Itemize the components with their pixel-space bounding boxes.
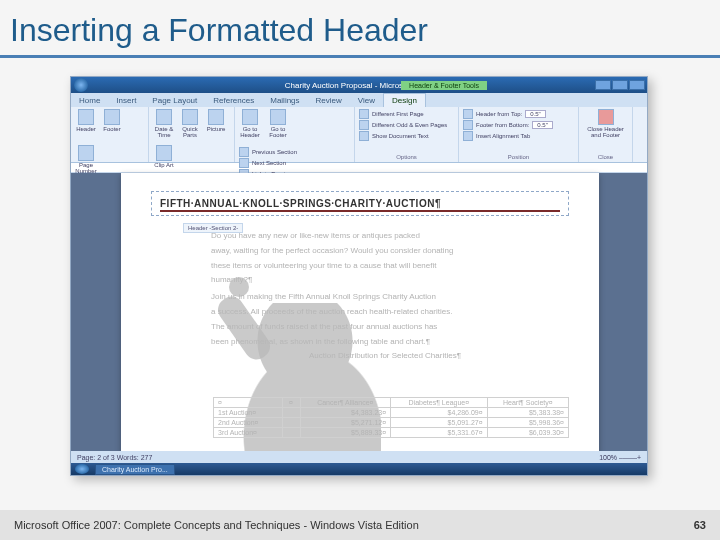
clip-art-icon [156, 145, 172, 161]
group-header-footer: Header Footer Page Number Header & Foote… [71, 107, 149, 162]
body-line: humanity?¶ [211, 274, 559, 287]
spacing-icon [463, 109, 473, 119]
footer-text: Microsoft Office 2007: Complete Concepts… [14, 519, 419, 531]
tab-references[interactable]: References [205, 94, 262, 107]
group-navigation: Go to Header Go to Footer Previous Secti… [235, 107, 355, 162]
diff-odd-even-check[interactable]: Different Odd & Even Pages [359, 120, 454, 130]
prev-icon [239, 147, 249, 157]
table-header: ¤ [214, 398, 283, 408]
quick-parts-button[interactable]: Quick Parts [179, 109, 201, 141]
body-line: Do you have any new or like-new items or… [211, 230, 559, 243]
next-icon [239, 158, 249, 168]
footer-button[interactable]: Footer [101, 109, 123, 141]
footer-icon [104, 109, 120, 125]
group-label: Position [463, 154, 574, 160]
window-titlebar: Charity Auction Proposal - Microsoft Wor… [71, 77, 647, 93]
ribbon: Header Footer Page Number Header & Foote… [71, 107, 647, 163]
tab-home[interactable]: Home [71, 94, 108, 107]
status-right[interactable]: 100% –——+ [599, 454, 641, 461]
tab-design[interactable]: Design [383, 93, 426, 107]
tab-review[interactable]: Review [308, 94, 350, 107]
slide-title: Inserting a Formatted Header [0, 0, 720, 58]
header-section-tag: Header -Section 2- [183, 223, 243, 233]
status-bar: Page: 2 of 3 Words: 277 100% –——+ [71, 451, 647, 463]
tab-page-layout[interactable]: Page Layout [144, 94, 205, 107]
word-screenshot: Charity Auction Proposal - Microsoft Wor… [70, 76, 648, 476]
goto-footer-icon [270, 109, 286, 125]
body-line: away, waiting for the perfect occasion? … [211, 245, 559, 258]
tab-icon [463, 131, 473, 141]
group-options: Different First Page Different Odd & Eve… [355, 107, 459, 162]
header-from-top[interactable]: Header from Top:0.5" [463, 109, 574, 119]
table-row: 2nd Auction¤$5,271.12¤$5,091.27¤$5,998.3… [214, 418, 569, 428]
table-header: Cancer¶ Alliance¤ [300, 398, 391, 408]
taskbar-button[interactable]: Charity Auction Pro... [95, 464, 175, 475]
status-left: Page: 2 of 3 Words: 277 [77, 454, 152, 461]
group-position: Header from Top:0.5" Footer from Bottom:… [459, 107, 579, 162]
group-close: Close Header and Footer Close [579, 107, 633, 162]
window-buttons [595, 80, 645, 90]
close-button[interactable] [629, 80, 645, 90]
goto-header-icon [242, 109, 258, 125]
goto-footer-button[interactable]: Go to Footer [267, 109, 289, 141]
table-row: 3rd Auction¤$5,889.33¤$5,331.67¤$6,039.3… [214, 428, 569, 438]
date-time-button[interactable]: Date & Time [153, 109, 175, 141]
picture-button[interactable]: Picture [205, 109, 227, 141]
context-tab-label: Header & Footer Tools [401, 81, 487, 90]
goto-header-button[interactable]: Go to Header [239, 109, 261, 141]
show-doc-text-check[interactable]: Show Document Text [359, 131, 454, 141]
previous-section-button[interactable]: Previous Section [239, 147, 297, 157]
watermark-silhouette [241, 303, 381, 463]
checkbox-icon [359, 131, 369, 141]
table-header: ¤ [282, 398, 300, 408]
auction-table: ¤ ¤ Cancer¶ Alliance¤ Diabetes¶ League¤ … [213, 397, 569, 438]
office-orb-icon[interactable] [74, 78, 88, 92]
header-edit-box[interactable]: FIFTH·ANNUAL·KNOLL·SPRINGS·CHARITY·AUCTI… [151, 191, 569, 216]
spacing-icon [463, 120, 473, 130]
watermark-fist [229, 277, 249, 297]
start-button[interactable] [75, 464, 89, 474]
parts-icon [182, 109, 198, 125]
header-icon [78, 109, 94, 125]
header-button[interactable]: Header [75, 109, 97, 141]
minimize-button[interactable] [595, 80, 611, 90]
body-line: these items or volunteering your time to… [211, 260, 559, 273]
tab-view[interactable]: View [350, 94, 383, 107]
close-icon [598, 109, 614, 125]
tab-mailings[interactable]: Mailings [262, 94, 307, 107]
slide-page-number: 63 [694, 519, 706, 531]
close-header-footer-button[interactable]: Close Header and Footer [583, 109, 628, 141]
page-number-icon [78, 145, 94, 161]
page: FIFTH·ANNUAL·KNOLL·SPRINGS·CHARITY·AUCTI… [121, 173, 599, 473]
next-section-button[interactable]: Next Section [239, 158, 297, 168]
table-header: Diabetes¶ League¤ [391, 398, 488, 408]
group-label: Options [359, 154, 454, 160]
clock-icon [156, 109, 172, 125]
footer-from-bottom[interactable]: Footer from Bottom:0.5" [463, 120, 574, 130]
vista-taskbar: Charity Auction Pro... [71, 463, 647, 475]
group-label: Close [583, 154, 628, 160]
slide-footer: Microsoft Office 2007: Complete Concepts… [0, 510, 720, 540]
ribbon-tab-strip: Home Insert Page Layout References Maili… [71, 93, 647, 107]
document-area[interactable]: FIFTH·ANNUAL·KNOLL·SPRINGS·CHARITY·AUCTI… [71, 173, 647, 465]
table-row: 1st Auction¤$4,383.23¤$4,286.09¤$5,383.3… [214, 408, 569, 418]
checkbox-icon [359, 120, 369, 130]
insert-alignment-tab[interactable]: Insert Alignment Tab [463, 131, 574, 141]
maximize-button[interactable] [612, 80, 628, 90]
table-header-row: ¤ ¤ Cancer¶ Alliance¤ Diabetes¶ League¤ … [214, 398, 569, 408]
group-insert: Date & Time Quick Parts Picture Clip Art… [149, 107, 235, 162]
tab-insert[interactable]: Insert [108, 94, 144, 107]
picture-icon [208, 109, 224, 125]
diff-first-page-check[interactable]: Different First Page [359, 109, 454, 119]
table-header: Heart¶ Society¤ [487, 398, 568, 408]
checkbox-icon [359, 109, 369, 119]
